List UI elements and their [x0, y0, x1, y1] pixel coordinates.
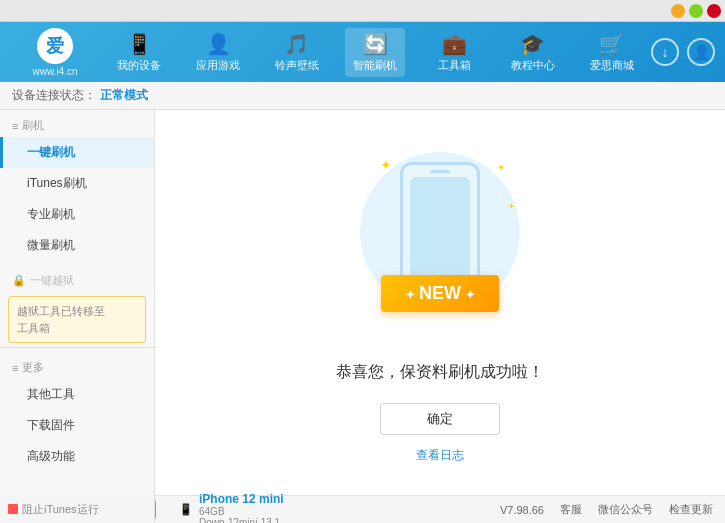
- nav-label-my-device: 我的设备: [117, 58, 161, 73]
- device-name: iPhone 12 mini: [199, 492, 284, 506]
- nav-item-apps-games[interactable]: 👤 应用游戏: [188, 28, 248, 77]
- header-right: ↓ 👤: [651, 38, 715, 66]
- sidebar-section-more: ≡ 更多: [0, 352, 154, 379]
- check-update-link[interactable]: 检查更新: [669, 502, 713, 517]
- sidebar-item-pro-flash[interactable]: 专业刷机: [0, 199, 154, 230]
- stop-icon: [8, 504, 18, 514]
- sidebar: ≡ 刷机 一键刷机 iTunes刷机 专业刷机 微量刷机 🔒 一键越狱 越狱工具…: [0, 110, 155, 495]
- nav-item-toolbox[interactable]: 💼 工具箱: [424, 28, 484, 77]
- sidebar-item-download-firmware[interactable]: 下载固件: [0, 410, 154, 441]
- confirm-button[interactable]: 确定: [380, 403, 500, 435]
- jailbreak-notice: 越狱工具已转移至 工具箱: [8, 296, 146, 343]
- smart-flash-icon: 🔄: [363, 32, 388, 56]
- nav-label-smart-flash: 智能刷机: [353, 58, 397, 73]
- title-bar: [0, 0, 725, 22]
- minimize-button[interactable]: [671, 4, 685, 18]
- content-area: ✦ ✦ ✦ NEW 恭喜您，保资料刷机成功啦！ 确定 查看日志: [155, 110, 725, 495]
- maximize-button[interactable]: [689, 4, 703, 18]
- itunes-status-label: 阻止iTunes运行: [22, 502, 99, 517]
- device-firmware: Down-12mini-13,1: [199, 517, 284, 524]
- phone-speaker: [430, 170, 450, 173]
- sidebar-item-advanced[interactable]: 高级功能: [0, 441, 154, 472]
- sparkle-1: ✦: [380, 157, 392, 173]
- flash-section-icon: ≡: [12, 120, 18, 132]
- status-label: 设备连接状态：: [12, 87, 96, 104]
- success-illustration: ✦ ✦ ✦ NEW: [350, 142, 530, 342]
- jailbreak-label: 一键越狱: [30, 273, 74, 288]
- sidebar-item-other-tools[interactable]: 其他工具: [0, 379, 154, 410]
- device-details: iPhone 12 mini 64GB Down-12mini-13,1: [199, 492, 284, 524]
- nav-label-tutorial: 教程中心: [511, 58, 555, 73]
- device-storage: 64GB: [199, 506, 284, 517]
- sidebar-section-flash: ≡ 刷机: [0, 110, 154, 137]
- bottom-right: V7.98.66 客服 微信公众号 检查更新: [500, 502, 713, 517]
- version-label: V7.98.66: [500, 504, 544, 516]
- mall-icon: 🛒: [599, 32, 624, 56]
- nav-item-tutorial[interactable]: 🎓 教程中心: [503, 28, 563, 77]
- bottom-bar: 自动解运 跳过向导 📱 iPhone 12 mini 64GB Down-12m…: [0, 495, 725, 523]
- sparkle-3: ✦: [508, 202, 515, 211]
- ringtones-icon: 🎵: [284, 32, 309, 56]
- nav-label-toolbox: 工具箱: [438, 58, 471, 73]
- sparkle-2: ✦: [497, 162, 505, 173]
- device-icon: 📱: [127, 32, 152, 56]
- nav-item-smart-flash[interactable]: 🔄 智能刷机: [345, 28, 405, 77]
- nav-item-my-device[interactable]: 📱 我的设备: [109, 28, 169, 77]
- device-phone-icon: 📱: [179, 503, 193, 516]
- device-info: 📱 iPhone 12 mini 64GB Down-12mini-13,1: [167, 492, 500, 524]
- nav-item-mall[interactable]: 🛒 爱思商城: [582, 28, 642, 77]
- tutorial-icon: 🎓: [520, 32, 545, 56]
- close-button[interactable]: [707, 4, 721, 18]
- sidebar-divider: [0, 347, 154, 348]
- success-text: 恭喜您，保资料刷机成功啦！: [336, 362, 544, 383]
- status-bar: 设备连接状态： 正常模式: [0, 82, 725, 110]
- nav-label-mall: 爱思商城: [590, 58, 634, 73]
- more-section-label: 更多: [22, 360, 44, 375]
- sidebar-item-itunes-flash[interactable]: iTunes刷机: [0, 168, 154, 199]
- header: 爱 www.i4.cn 📱 我的设备 👤 应用游戏 🎵 铃声壁纸 🔄 智能刷机 …: [0, 22, 725, 82]
- sidebar-item-micro-flash[interactable]: 微量刷机: [0, 230, 154, 261]
- itunes-status: 阻止iTunes运行: [0, 495, 155, 523]
- sidebar-item-one-click-flash[interactable]: 一键刷机: [0, 137, 154, 168]
- nav-items: 📱 我的设备 👤 应用游戏 🎵 铃声壁纸 🔄 智能刷机 💼 工具箱 🎓 教程中心…: [100, 28, 651, 77]
- download-button[interactable]: ↓: [651, 38, 679, 66]
- new-ribbon: NEW: [381, 275, 499, 312]
- nav-label-ringtones: 铃声壁纸: [275, 58, 319, 73]
- status-value: 正常模式: [100, 87, 148, 104]
- view-daily-link[interactable]: 查看日志: [416, 447, 464, 464]
- more-section-icon: ≡: [12, 362, 18, 374]
- logo-text: www.i4.cn: [32, 66, 77, 77]
- nav-item-ringtones[interactable]: 🎵 铃声壁纸: [267, 28, 327, 77]
- apps-icon: 👤: [206, 32, 231, 56]
- toolbox-icon: 💼: [442, 32, 467, 56]
- flash-section-label: 刷机: [22, 118, 44, 133]
- logo-area: 爱 www.i4.cn: [10, 28, 100, 77]
- user-button[interactable]: 👤: [687, 38, 715, 66]
- wechat-link[interactable]: 微信公众号: [598, 502, 653, 517]
- sidebar-section-jailbreak: 🔒 一键越狱: [0, 265, 154, 292]
- customer-service-link[interactable]: 客服: [560, 502, 582, 517]
- main-layout: ≡ 刷机 一键刷机 iTunes刷机 专业刷机 微量刷机 🔒 一键越狱 越狱工具…: [0, 110, 725, 495]
- logo-icon: 爱: [37, 28, 73, 64]
- nav-label-apps-games: 应用游戏: [196, 58, 240, 73]
- lock-icon: 🔒: [12, 274, 26, 287]
- phone-screen: [410, 177, 470, 286]
